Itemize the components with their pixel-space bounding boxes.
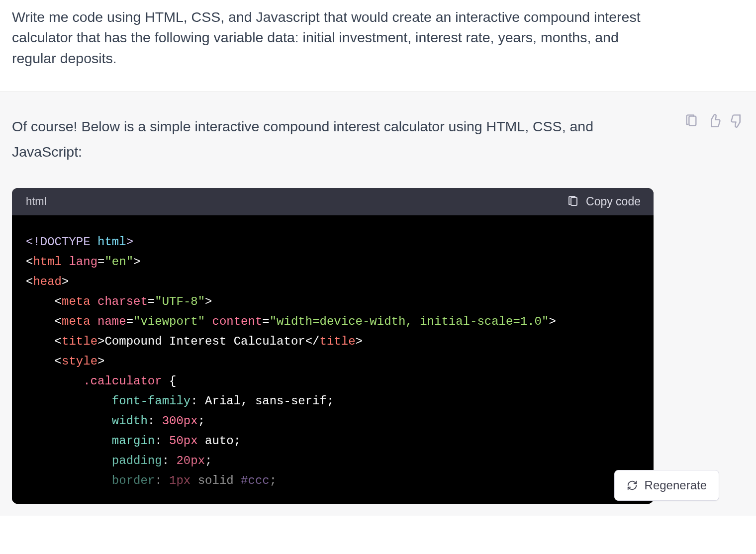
user-message-section: Write me code using HTML, CSS, and Javas… (0, 0, 756, 92)
svg-rect-0 (689, 116, 696, 126)
assistant-message-section: Of course! Below is a simple interactive… (0, 92, 756, 516)
message-actions (684, 114, 744, 128)
clipboard-icon (567, 195, 579, 207)
code-language-label: html (26, 195, 47, 208)
copy-code-label: Copy code (586, 195, 641, 208)
code-header: html Copy code (12, 188, 654, 215)
code-block: html Copy code <!DOCTYPE html> <html lan… (12, 188, 654, 504)
regenerate-icon (627, 480, 638, 491)
clipboard-icon[interactable] (684, 114, 698, 128)
regenerate-label: Regenerate (645, 478, 707, 492)
copy-code-button[interactable]: Copy code (567, 195, 641, 208)
thumbs-down-icon[interactable] (730, 114, 744, 128)
thumbs-up-icon[interactable] (707, 114, 721, 128)
svg-rect-1 (571, 197, 577, 205)
regenerate-button[interactable]: Regenerate (614, 470, 719, 501)
assistant-intro-text: Of course! Below is a simple interactive… (12, 114, 649, 165)
code-body[interactable]: <!DOCTYPE html> <html lang="en"> <head> … (12, 215, 654, 504)
user-prompt-text: Write me code using HTML, CSS, and Javas… (12, 7, 649, 69)
